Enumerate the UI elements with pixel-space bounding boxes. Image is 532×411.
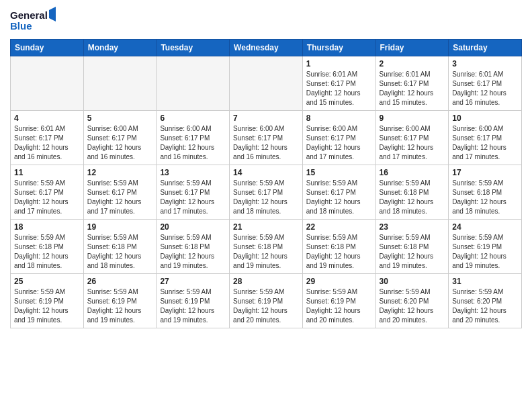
page-header: General Blue [10, 7, 522, 34]
day-info: Sunrise: 5:59 AM Sunset: 6:19 PM Dayligh… [306, 287, 372, 325]
day-info: Sunrise: 5:59 AM Sunset: 6:18 PM Dayligh… [14, 233, 80, 271]
calendar-cell: 25Sunrise: 5:59 AM Sunset: 6:19 PM Dayli… [11, 274, 84, 328]
calendar-cell: 2Sunrise: 6:01 AM Sunset: 6:17 PM Daylig… [375, 56, 449, 111]
weekday-header-monday: Monday [83, 40, 157, 56]
day-number: 26 [87, 277, 153, 286]
day-info: Sunrise: 5:59 AM Sunset: 6:17 PM Dayligh… [233, 179, 299, 216]
day-info: Sunrise: 5:59 AM Sunset: 6:18 PM Dayligh… [380, 233, 445, 271]
day-info: Sunrise: 6:01 AM Sunset: 6:17 PM Dayligh… [452, 70, 518, 107]
weekday-header-friday: Friday [375, 40, 449, 56]
day-info: Sunrise: 5:59 AM Sunset: 6:19 PM Dayligh… [233, 287, 299, 325]
calendar-cell: 15Sunrise: 5:59 AM Sunset: 6:17 PM Dayli… [302, 165, 375, 220]
day-number: 28 [233, 277, 299, 286]
day-info: Sunrise: 6:00 AM Sunset: 6:17 PM Dayligh… [452, 124, 518, 162]
calendar-cell: 3Sunrise: 6:01 AM Sunset: 6:17 PM Daylig… [449, 56, 522, 111]
calendar-cell: 9Sunrise: 6:00 AM Sunset: 6:17 PM Daylig… [375, 111, 449, 165]
day-info: Sunrise: 5:59 AM Sunset: 6:18 PM Dayligh… [233, 233, 299, 271]
day-number: 7 [233, 113, 299, 123]
day-number: 31 [452, 277, 518, 286]
day-number: 24 [452, 222, 518, 232]
day-number: 3 [452, 59, 518, 68]
day-number: 29 [306, 277, 372, 286]
day-number: 25 [14, 277, 80, 286]
day-number: 21 [233, 222, 299, 232]
day-number: 9 [380, 113, 445, 123]
day-info: Sunrise: 5:59 AM Sunset: 6:18 PM Dayligh… [160, 233, 226, 271]
day-info: Sunrise: 5:59 AM Sunset: 6:18 PM Dayligh… [87, 233, 153, 271]
calendar-week-row: 25Sunrise: 5:59 AM Sunset: 6:19 PM Dayli… [11, 274, 522, 328]
calendar-cell [11, 56, 84, 111]
calendar-cell: 22Sunrise: 5:59 AM Sunset: 6:18 PM Dayli… [302, 220, 375, 274]
calendar-cell: 27Sunrise: 5:59 AM Sunset: 6:19 PM Dayli… [157, 274, 230, 328]
day-info: Sunrise: 6:01 AM Sunset: 6:17 PM Dayligh… [380, 70, 445, 107]
day-info: Sunrise: 6:01 AM Sunset: 6:17 PM Dayligh… [14, 124, 80, 162]
calendar-cell: 10Sunrise: 6:00 AM Sunset: 6:17 PM Dayli… [449, 111, 522, 165]
day-number: 13 [160, 168, 226, 177]
weekday-header-wednesday: Wednesday [230, 40, 303, 56]
calendar-cell: 5Sunrise: 6:00 AM Sunset: 6:17 PM Daylig… [83, 111, 157, 165]
calendar-cell: 29Sunrise: 5:59 AM Sunset: 6:19 PM Dayli… [302, 274, 375, 328]
calendar-cell: 28Sunrise: 5:59 AM Sunset: 6:19 PM Dayli… [230, 274, 303, 328]
day-info: Sunrise: 6:00 AM Sunset: 6:17 PM Dayligh… [87, 124, 153, 162]
svg-marker-2 [49, 7, 56, 21]
weekday-header-row: SundayMondayTuesdayWednesdayThursdayFrid… [11, 40, 522, 56]
calendar-cell: 24Sunrise: 5:59 AM Sunset: 6:19 PM Dayli… [449, 220, 522, 274]
calendar-cell [83, 56, 157, 111]
logo: General Blue [10, 7, 57, 34]
weekday-header-tuesday: Tuesday [157, 40, 230, 56]
day-info: Sunrise: 6:01 AM Sunset: 6:17 PM Dayligh… [306, 70, 372, 107]
day-info: Sunrise: 6:00 AM Sunset: 6:17 PM Dayligh… [233, 124, 299, 162]
day-info: Sunrise: 5:59 AM Sunset: 6:20 PM Dayligh… [380, 287, 445, 325]
day-number: 4 [14, 113, 80, 123]
day-info: Sunrise: 5:59 AM Sunset: 6:20 PM Dayligh… [452, 287, 518, 325]
calendar-cell: 13Sunrise: 5:59 AM Sunset: 6:17 PM Dayli… [157, 165, 230, 220]
day-number: 10 [452, 113, 518, 123]
calendar-cell [230, 56, 303, 111]
svg-text:Blue: Blue [10, 20, 32, 32]
weekday-header-saturday: Saturday [449, 40, 522, 56]
day-number: 14 [233, 168, 299, 177]
calendar-cell: 7Sunrise: 6:00 AM Sunset: 6:17 PM Daylig… [230, 111, 303, 165]
day-info: Sunrise: 6:00 AM Sunset: 6:17 PM Dayligh… [160, 124, 226, 162]
day-info: Sunrise: 6:00 AM Sunset: 6:17 PM Dayligh… [380, 124, 445, 162]
day-info: Sunrise: 5:59 AM Sunset: 6:18 PM Dayligh… [380, 179, 445, 216]
calendar-cell: 6Sunrise: 6:00 AM Sunset: 6:17 PM Daylig… [157, 111, 230, 165]
day-info: Sunrise: 5:59 AM Sunset: 6:19 PM Dayligh… [160, 287, 226, 325]
day-number: 8 [306, 113, 372, 123]
calendar-table: SundayMondayTuesdayWednesdayThursdayFrid… [10, 39, 522, 328]
day-number: 20 [160, 222, 226, 232]
day-info: Sunrise: 5:59 AM Sunset: 6:19 PM Dayligh… [87, 287, 153, 325]
day-number: 12 [87, 168, 153, 177]
calendar-cell: 17Sunrise: 5:59 AM Sunset: 6:18 PM Dayli… [449, 165, 522, 220]
day-info: Sunrise: 5:59 AM Sunset: 6:19 PM Dayligh… [14, 287, 80, 325]
svg-text:General: General [10, 9, 48, 21]
day-number: 22 [306, 222, 372, 232]
calendar-cell: 23Sunrise: 5:59 AM Sunset: 6:18 PM Dayli… [375, 220, 449, 274]
day-number: 17 [452, 168, 518, 177]
calendar-cell: 30Sunrise: 5:59 AM Sunset: 6:20 PM Dayli… [375, 274, 449, 328]
calendar-cell: 1Sunrise: 6:01 AM Sunset: 6:17 PM Daylig… [302, 56, 375, 111]
day-info: Sunrise: 5:59 AM Sunset: 6:18 PM Dayligh… [452, 179, 518, 216]
calendar-week-row: 11Sunrise: 5:59 AM Sunset: 6:17 PM Dayli… [11, 165, 522, 220]
day-info: Sunrise: 6:00 AM Sunset: 6:17 PM Dayligh… [306, 124, 372, 162]
calendar-cell: 18Sunrise: 5:59 AM Sunset: 6:18 PM Dayli… [11, 220, 84, 274]
day-number: 5 [87, 113, 153, 123]
day-info: Sunrise: 5:59 AM Sunset: 6:19 PM Dayligh… [452, 233, 518, 271]
day-number: 1 [306, 59, 372, 68]
calendar-week-row: 18Sunrise: 5:59 AM Sunset: 6:18 PM Dayli… [11, 220, 522, 274]
calendar-cell: 8Sunrise: 6:00 AM Sunset: 6:17 PM Daylig… [302, 111, 375, 165]
calendar-cell [157, 56, 230, 111]
day-number: 15 [306, 168, 372, 177]
calendar-cell: 21Sunrise: 5:59 AM Sunset: 6:18 PM Dayli… [230, 220, 303, 274]
day-number: 19 [87, 222, 153, 232]
calendar-cell: 26Sunrise: 5:59 AM Sunset: 6:19 PM Dayli… [83, 274, 157, 328]
calendar-cell: 11Sunrise: 5:59 AM Sunset: 6:17 PM Dayli… [11, 165, 84, 220]
weekday-header-sunday: Sunday [11, 40, 84, 56]
day-number: 30 [380, 277, 445, 286]
day-info: Sunrise: 5:59 AM Sunset: 6:17 PM Dayligh… [14, 179, 80, 216]
day-number: 6 [160, 113, 226, 123]
calendar-cell: 12Sunrise: 5:59 AM Sunset: 6:17 PM Dayli… [83, 165, 157, 220]
day-number: 27 [160, 277, 226, 286]
calendar-cell: 31Sunrise: 5:59 AM Sunset: 6:20 PM Dayli… [449, 274, 522, 328]
day-number: 2 [380, 59, 445, 68]
